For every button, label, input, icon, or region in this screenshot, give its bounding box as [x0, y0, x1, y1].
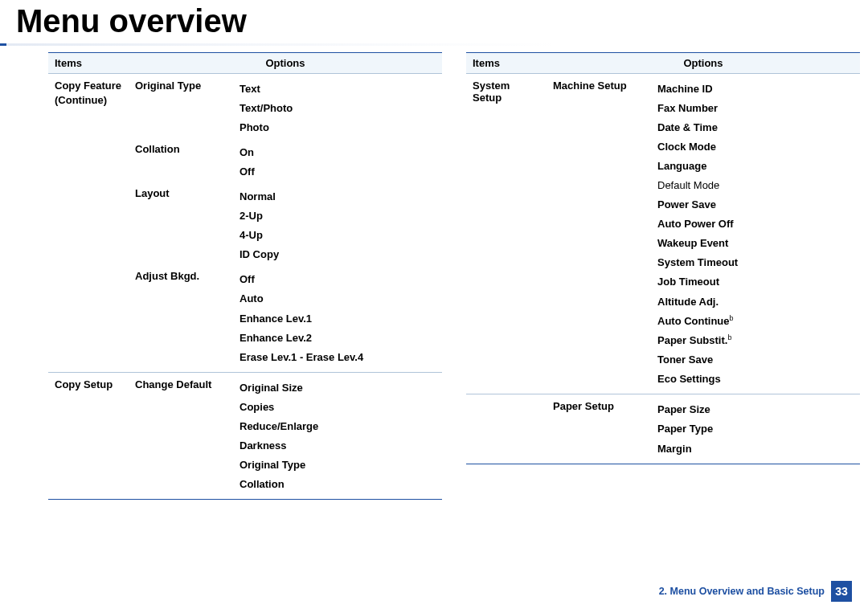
content-area: Items Options Copy Feature (Continue) Or…	[0, 46, 868, 500]
left-table: Items Options Copy Feature (Continue) Or…	[48, 52, 442, 500]
hdr-options: Options	[129, 53, 442, 74]
footnote-sup: b	[727, 333, 731, 341]
hdr-items: Items	[48, 53, 129, 74]
cell-sub: Change Default	[129, 372, 233, 499]
cell-sub: Adjust Bkgd.	[129, 264, 233, 372]
hdr-options: Options	[547, 53, 860, 74]
opt: Clock Mode	[657, 137, 854, 157]
opt: Photo	[240, 118, 436, 137]
opt: Text	[240, 80, 436, 99]
page-title: Menu overview	[0, 0, 868, 39]
opt: Paper Size	[657, 400, 854, 419]
item-label: Copy Feature	[55, 80, 121, 92]
cell-opts: Original Size Copies Reduce/Enlarge Dark…	[233, 372, 442, 499]
footnote-sup: b	[730, 314, 734, 322]
cell-opts: Machine ID Fax Number Date & Time Clock …	[651, 74, 860, 394]
cell-item: Copy Feature (Continue)	[48, 74, 129, 138]
table-row: Adjust Bkgd. Off Auto Enhance Lev.1 Enha…	[48, 264, 442, 372]
opt: Enhance Lev.2	[240, 329, 436, 348]
opt: Fax Number	[657, 99, 854, 118]
right-table: Items Options System Setup Machine Setup…	[466, 52, 860, 464]
opt: Language	[657, 157, 854, 176]
cell-item: System Setup	[466, 74, 547, 394]
opt: Enhance Lev.1	[240, 309, 436, 329]
page-number-badge: 33	[831, 581, 852, 602]
opt-nonbold: Default Mode	[657, 176, 854, 195]
page-footer: 2. Menu Overview and Basic Setup 33	[659, 581, 852, 602]
opt: Paper Type	[657, 419, 854, 439]
opt: Margin	[657, 439, 854, 459]
title-divider	[0, 43, 868, 46]
opt-with-sup: Paper Substit.b	[657, 331, 854, 350]
opt: Reduce/Enlarge	[240, 417, 436, 436]
cell-sub: Collation	[129, 137, 233, 182]
table-row: System Setup Machine Setup Machine ID Fa…	[466, 74, 860, 394]
cell-opts: Normal 2-Up 4-Up ID Copy	[233, 182, 442, 264]
opt: Date & Time	[657, 118, 854, 137]
opt-with-sup: Auto Continueb	[657, 312, 854, 331]
cell-opts: Text Text/Photo Photo	[233, 74, 442, 138]
cell-sub: Layout	[129, 182, 233, 264]
opt: On	[240, 143, 436, 162]
opt: Collation	[240, 475, 436, 494]
opt: Wakeup Event	[657, 234, 854, 253]
opt: Job Timeout	[657, 272, 854, 292]
opt: Text/Photo	[240, 99, 436, 118]
opt: Normal	[240, 187, 436, 206]
opt: Darkness	[240, 436, 436, 456]
opt: Auto Power Off	[657, 215, 854, 234]
opt: ID Copy	[240, 245, 436, 264]
left-column: Items Options Copy Feature (Continue) Or…	[48, 52, 442, 500]
cell-sub: Paper Setup	[547, 394, 651, 464]
table-row: Collation On Off	[48, 137, 442, 182]
table-header-row: Items Options	[48, 53, 442, 74]
opt: Original Type	[240, 456, 436, 475]
cell-opts: Paper Size Paper Type Margin	[651, 394, 860, 464]
table-row: Copy Setup Change Default Original Size …	[48, 372, 442, 499]
opt: System Timeout	[657, 253, 854, 272]
opt: Original Size	[240, 378, 436, 398]
opt: 2-Up	[240, 206, 436, 226]
opt: Toner Save	[657, 350, 854, 370]
cell-opts: On Off	[233, 137, 442, 182]
table-row: Paper Setup Paper Size Paper Type Margin	[466, 394, 860, 464]
cell-sub: Machine Setup	[547, 74, 651, 394]
opt: Power Save	[657, 195, 854, 215]
footer-section-label: 2. Menu Overview and Basic Setup	[659, 586, 825, 597]
opt: Auto	[240, 289, 436, 309]
opt: Altitude Adj.	[657, 292, 854, 312]
cell-opts: Off Auto Enhance Lev.1 Enhance Lev.2 Era…	[233, 264, 442, 372]
opt: Off	[240, 270, 436, 289]
opt: Erase Lev.1 - Erase Lev.4	[240, 348, 436, 367]
table-row: Layout Normal 2-Up 4-Up ID Copy	[48, 182, 442, 264]
cell-item: Copy Setup	[48, 372, 129, 499]
opt: Eco Settings	[657, 370, 854, 389]
table-header-row: Items Options	[466, 53, 860, 74]
right-column: Items Options System Setup Machine Setup…	[466, 52, 860, 500]
opt: 4-Up	[240, 226, 436, 245]
opt: Copies	[240, 398, 436, 417]
item-label-continue: (Continue)	[55, 92, 122, 106]
cell-sub: Original Type	[129, 74, 233, 138]
table-row: Copy Feature (Continue) Original Type Te…	[48, 74, 442, 138]
opt: Off	[240, 162, 436, 182]
opt: Machine ID	[657, 80, 854, 99]
hdr-items: Items	[466, 53, 547, 74]
